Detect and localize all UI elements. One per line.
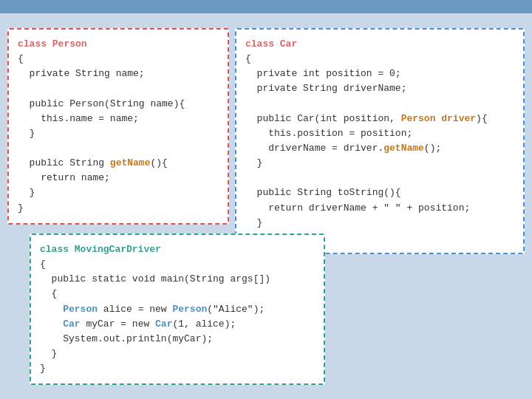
person-class-keyword: class Person [18, 38, 87, 50]
car-class-box: class Car { private int position = 0; pr… [235, 28, 525, 254]
person-new-ref: Person [172, 304, 207, 315]
person-class-box: class Person { private String name; publ… [7, 28, 229, 225]
car-class-keyword: class Car [245, 38, 297, 50]
person-ref: Person [63, 304, 98, 315]
driver-class-box: class MovingCarDriver { public static vo… [30, 233, 325, 385]
driver-class-keyword: class MovingCarDriver [40, 244, 161, 255]
car-class-code: class Car { private int position = 0; pr… [245, 37, 514, 245]
getname-call: getName [383, 143, 424, 154]
driver-class-code: class MovingCarDriver { public static vo… [40, 242, 315, 376]
getname-method: getName [110, 157, 151, 168]
person-class-code: class Person { private String name; publ… [18, 37, 219, 216]
header-bar [0, 0, 532, 13]
car-new-ref: Car [155, 318, 172, 330]
car-ref: Car [63, 318, 80, 330]
person-param: Person driver [401, 113, 476, 124]
